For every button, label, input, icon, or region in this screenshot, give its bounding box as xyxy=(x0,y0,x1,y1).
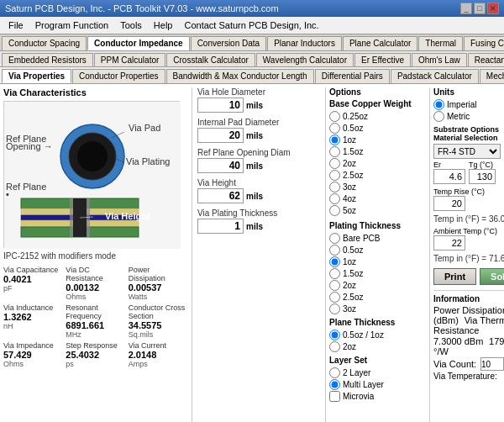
copper-05oz[interactable]: 0.5oz xyxy=(329,123,426,134)
er-input[interactable] xyxy=(433,169,465,184)
tab-differential-pairs[interactable]: Differential Pairs xyxy=(315,69,390,83)
menu-help[interactable]: Help xyxy=(149,18,178,32)
step-response-value: 25.4032 xyxy=(66,350,125,360)
plane-2oz[interactable]: 2oz xyxy=(329,341,426,352)
copper-1oz[interactable]: 1oz xyxy=(329,135,426,145)
er-label: Er xyxy=(433,161,465,169)
via-capacitance-value: 0.4021 xyxy=(3,274,63,284)
units-title: Units xyxy=(433,87,504,97)
plating-05oz[interactable]: 0.5oz xyxy=(329,245,426,256)
units-imperial[interactable]: Imperial xyxy=(433,99,504,110)
menu-file[interactable]: File xyxy=(3,18,29,32)
via-count-input[interactable] xyxy=(480,357,504,371)
copper-025oz[interactable]: 0.25oz xyxy=(329,111,426,122)
window-title: Saturn PCB Design, Inc. - PCB Toolkit V7… xyxy=(5,3,279,13)
tab-conductor-properties[interactable]: Conductor Properties xyxy=(72,69,165,83)
via-height-unit: mils xyxy=(246,192,263,201)
tab-fusing-current[interactable]: Fusing Current xyxy=(464,36,504,50)
units-imperial-label: Imperial xyxy=(447,100,477,109)
via-count-label: Via Count: xyxy=(433,359,476,369)
plating-3oz[interactable]: 3oz xyxy=(329,303,426,314)
units-metric[interactable]: Metric xyxy=(433,111,504,122)
menu-contact[interactable]: Contact Saturn PCB Design, Inc. xyxy=(179,18,323,32)
via-hole-diameter-label: Via Hole Diameter xyxy=(197,87,322,97)
via-inductance-result: Via Inductance 1.3262 nH xyxy=(3,303,63,339)
tab-padstack-calculator[interactable]: Padstack Calculator xyxy=(391,69,479,83)
close-button[interactable]: ✕ xyxy=(487,3,499,14)
ref-plane-opening-input[interactable] xyxy=(197,158,244,173)
via-current-label: Via Current xyxy=(129,341,188,350)
maximize-button[interactable]: □ xyxy=(474,3,486,14)
power-dissipation-result: Power Dissipation 0.00537 Watts xyxy=(129,266,188,301)
tab-mechanical-information[interactable]: Mechanical Information xyxy=(480,69,504,83)
tab-bandwidth-max[interactable]: Bandwidth & Max Conductor Length xyxy=(166,69,314,83)
copper-3oz[interactable]: 3oz xyxy=(329,182,426,193)
resonant-frequency-label: Resonant Frequency xyxy=(66,303,125,320)
via-height-input[interactable] xyxy=(197,188,244,203)
solve-button[interactable]: Solve! xyxy=(480,268,504,285)
ambient-input[interactable] xyxy=(433,235,465,251)
internal-pad-diameter-label: Internal Pad Diameter xyxy=(197,118,322,127)
tg-input[interactable] xyxy=(469,169,496,184)
temp-rise-input[interactable] xyxy=(433,196,465,211)
via-plating-thickness-input[interactable] xyxy=(197,219,244,234)
tab-er-effective[interactable]: Er Effective xyxy=(354,53,411,66)
plane-thickness-label: Plane Thickness xyxy=(329,318,426,327)
tab-ohms-law[interactable]: Ohm's Law xyxy=(412,53,467,66)
tab-embedded-resistors[interactable]: Embedded Resistors xyxy=(2,53,93,66)
tab-planar-inductors[interactable]: Planar Inductors xyxy=(267,36,342,50)
minimize-button[interactable]: _ xyxy=(460,3,472,14)
via-capacitance-unit: pF xyxy=(3,284,63,293)
print-button[interactable]: Print xyxy=(433,268,476,285)
conductor-cross-section-label: Conductor Cross Section xyxy=(129,303,188,320)
tab-conversion-data[interactable]: Conversion Data xyxy=(191,36,266,50)
tab-conductor-impedance[interactable]: Conductor Impedance xyxy=(87,36,190,50)
plane-05-1oz[interactable]: 0.5oz / 1oz xyxy=(329,330,426,340)
base-copper-weight-label: Base Copper Weight xyxy=(329,99,426,108)
copper-4oz[interactable]: 4oz xyxy=(329,193,426,204)
plating-bare[interactable]: Bare PCB xyxy=(329,233,426,244)
microvia-checkbox[interactable]: Microvia xyxy=(329,391,426,402)
copper-25oz[interactable]: 2.5oz xyxy=(329,170,426,181)
plating-thickness-section: Plating Thickness Bare PCB 0.5oz 1oz 1.5… xyxy=(329,221,426,314)
tab-reactance[interactable]: Reactance xyxy=(468,53,504,66)
copper-15oz[interactable]: 1.5oz xyxy=(329,146,426,157)
substrate-select[interactable]: FR-4 STD xyxy=(433,144,501,159)
svg-text:Opening →: Opening → xyxy=(6,141,53,151)
power-dissipation-value: 0.00537 xyxy=(129,282,188,293)
tab-bar-2: Embedded Resistors PPM Calculator Crosst… xyxy=(0,51,504,67)
conductor-cross-section-unit: Sq.mils xyxy=(129,330,188,339)
tab-wavelength-calculator[interactable]: Wavelength Calculator xyxy=(256,53,354,66)
plating-15oz[interactable]: 1.5oz xyxy=(329,268,426,279)
copper-5oz[interactable]: 5oz xyxy=(329,205,426,216)
power-dissipation-dbm-value: 7.3000 dBm xyxy=(433,336,483,346)
information-title: Information xyxy=(433,294,504,303)
tab-plane-calculator[interactable]: Plane Calculator xyxy=(343,36,417,50)
tab-ppm-calculator[interactable]: PPM Calculator xyxy=(94,53,165,66)
menu-program-function[interactable]: Program Function xyxy=(30,18,113,32)
layer-multi[interactable]: Multi Layer xyxy=(329,379,426,390)
menu-tools[interactable]: Tools xyxy=(115,18,147,32)
via-characteristics-title: Via Characteristics xyxy=(3,87,188,98)
via-inductance-value: 1.3262 xyxy=(3,312,63,322)
layer-2[interactable]: 2 Layer xyxy=(329,367,426,378)
tab-conductor-spacing[interactable]: Conductor Spacing xyxy=(2,36,87,50)
svg-text:•: • xyxy=(6,189,9,199)
window-controls[interactable]: _ □ ✕ xyxy=(460,3,499,14)
internal-pad-diameter-input[interactable] xyxy=(197,128,244,143)
via-hole-diameter-group: Via Hole Diameter mils xyxy=(197,87,322,113)
action-buttons: Print Solve! xyxy=(433,268,504,285)
plating-25oz[interactable]: 2.5oz xyxy=(329,292,426,303)
tab-via-properties[interactable]: Via Properties xyxy=(2,69,71,83)
menu-bar: File Program Function Tools Help Contact… xyxy=(0,17,504,34)
right-panel: Options Base Copper Weight 0.25oz 0.5oz … xyxy=(325,87,504,422)
ambient-temp-group: Ambient Temp (°C) xyxy=(433,227,504,251)
tab-thermal[interactable]: Thermal xyxy=(418,36,463,50)
via-hole-diameter-input[interactable] xyxy=(197,98,244,113)
svg-text:Ref Plane: Ref Plane xyxy=(6,182,46,192)
power-dissipation-dbm-value-row: 7.3000 dBm 179.3 °/W xyxy=(433,336,504,356)
copper-2oz[interactable]: 2oz xyxy=(329,158,426,169)
plating-2oz[interactable]: 2oz xyxy=(329,280,426,291)
plating-1oz[interactable]: 1oz xyxy=(329,256,426,267)
tab-crosstalk-calculator[interactable]: Crosstalk Calculator xyxy=(166,53,255,66)
